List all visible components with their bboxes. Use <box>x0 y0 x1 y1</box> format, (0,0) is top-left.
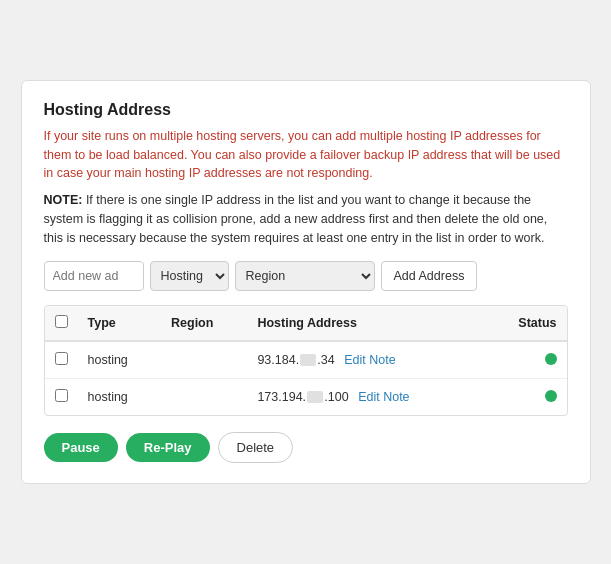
header-hosting-address: Hosting Address <box>247 306 485 341</box>
ip-start: 173.194. <box>257 390 306 404</box>
row-type: hosting <box>78 379 162 416</box>
edit-note-link-1[interactable]: Edit Note <box>344 353 395 367</box>
table-row: hosting 93.184. .34 Edit Note <box>45 341 567 379</box>
row-checkbox-2[interactable] <box>55 389 68 402</box>
note-body: If there is one single IP address in the… <box>44 193 548 245</box>
pause-button[interactable]: Pause <box>44 433 118 462</box>
address-table: Type Region Hosting Address Status hosti… <box>45 306 567 415</box>
table-header-row: Type Region Hosting Address Status <box>45 306 567 341</box>
row-ip: 173.194. .100 Edit Note <box>247 379 485 416</box>
footer-buttons: Pause Re-Play Delete <box>44 432 568 463</box>
row-region <box>161 341 247 379</box>
table-row: hosting 173.194. .100 Edit Note <box>45 379 567 416</box>
ip-blurred <box>307 391 323 403</box>
type-select[interactable]: Hosting Failover <box>150 261 229 291</box>
edit-note-link-2[interactable]: Edit Note <box>358 390 409 404</box>
region-select[interactable]: Region US East US West EU Asia <box>235 261 375 291</box>
hosting-address-card: Hosting Address If your site runs on mul… <box>21 80 591 485</box>
status-dot-1 <box>545 353 557 365</box>
info-text: If your site runs on multiple hosting se… <box>44 127 568 183</box>
row-status <box>486 379 567 416</box>
row-status <box>486 341 567 379</box>
replay-button[interactable]: Re-Play <box>126 433 210 462</box>
header-type: Type <box>78 306 162 341</box>
address-table-wrapper: Type Region Hosting Address Status hosti… <box>44 305 568 416</box>
note-label: NOTE: <box>44 193 83 207</box>
note-text: NOTE: If there is one single IP address … <box>44 191 568 247</box>
ip-start: 93.184. <box>257 353 299 367</box>
row-region <box>161 379 247 416</box>
header-checkbox-cell <box>45 306 78 341</box>
add-new-input[interactable] <box>44 261 144 291</box>
row-checkbox-cell <box>45 341 78 379</box>
add-address-row: Hosting Failover Region US East US West … <box>44 261 568 291</box>
row-checkbox-1[interactable] <box>55 352 68 365</box>
add-address-button[interactable]: Add Address <box>381 261 478 291</box>
ip-end: .34 <box>317 353 334 367</box>
ip-end: .100 <box>324 390 348 404</box>
row-checkbox-cell <box>45 379 78 416</box>
status-dot-2 <box>545 390 557 402</box>
header-region: Region <box>161 306 247 341</box>
header-status: Status <box>486 306 567 341</box>
ip-blurred <box>300 354 316 366</box>
card-title: Hosting Address <box>44 101 568 119</box>
row-type: hosting <box>78 341 162 379</box>
select-all-checkbox[interactable] <box>55 315 68 328</box>
delete-button[interactable]: Delete <box>218 432 294 463</box>
row-ip: 93.184. .34 Edit Note <box>247 341 485 379</box>
